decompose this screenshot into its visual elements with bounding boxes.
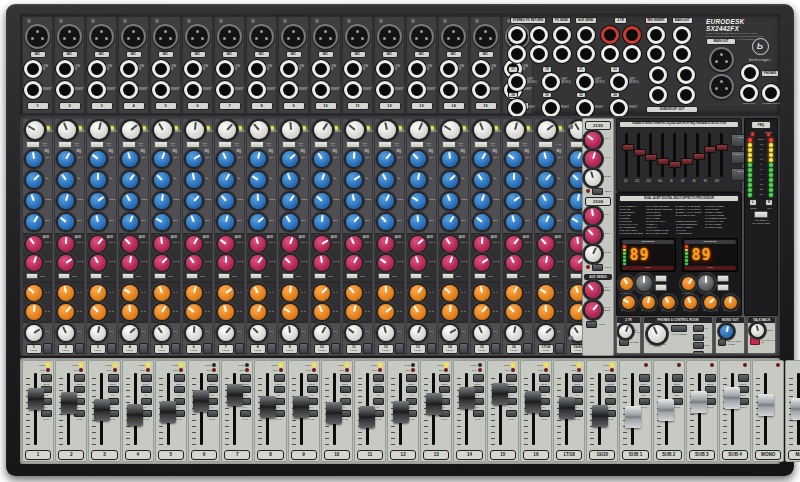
lowcut-button[interactable] [378,141,392,148]
assign-button-1-2[interactable] [307,386,318,394]
geq-band-slider[interactable] [637,133,640,177]
channel-mute-button[interactable] [171,343,180,354]
gain-knob[interactable] [538,121,556,139]
eq-high-knob[interactable] [218,151,234,167]
pre-button[interactable] [122,273,134,280]
pan-knob[interactable] [474,325,490,341]
fader-handle[interactable] [193,390,209,412]
fader-handle[interactable] [658,399,674,421]
aux-2-knob[interactable] [154,255,170,271]
fader-handle[interactable] [592,405,608,427]
geq-slider-cap[interactable] [657,158,669,165]
fx-route-knob-3[interactable] [662,296,675,309]
lowcut-button[interactable] [58,141,72,148]
eq-mid-knob[interactable] [378,172,394,188]
aux-2-knob[interactable] [218,255,234,271]
gain-knob[interactable] [122,121,140,139]
assign-button-1-2[interactable] [340,386,351,394]
aux-2-knob[interactable] [250,255,266,271]
pan-knob[interactable] [58,325,74,341]
eq-low-knob[interactable] [122,214,138,230]
fader-handle[interactable] [724,387,740,409]
source-button-2-tr[interactable] [693,342,704,349]
eq-low-knob[interactable] [250,214,266,230]
gain-knob[interactable] [314,121,332,139]
assign-button-solo[interactable] [74,374,85,382]
aux-1-knob[interactable] [410,236,426,252]
fx-2-knob[interactable] [186,304,202,320]
fx-2-knob[interactable] [26,304,42,320]
geq-slider-cap[interactable] [669,161,681,168]
assign-button-left[interactable] [639,386,650,394]
eq-high-knob[interactable] [90,151,106,167]
pan-knob[interactable] [538,325,554,341]
fx-2-knob[interactable] [506,304,522,320]
eq-low-knob[interactable] [90,214,106,230]
pre-button[interactable] [58,273,70,280]
lowcut-button[interactable] [314,141,328,148]
aux-2-knob[interactable] [538,255,554,271]
strip-21-22-knob[interactable] [585,151,601,167]
geq-slider-cap[interactable] [716,144,728,151]
eq-mid-knob[interactable] [506,172,522,188]
channel-mute-button[interactable] [363,343,372,354]
fx-route-knob-1[interactable] [684,296,697,309]
fader-handle[interactable] [492,383,508,405]
eq-high-knob[interactable] [314,151,330,167]
geq-slider-cap[interactable] [693,153,705,160]
fx-1-knob[interactable] [538,285,554,301]
assign-button-1-2[interactable] [108,386,119,394]
assign-button-solo[interactable] [108,374,119,382]
eq-mid-knob[interactable] [186,172,202,188]
aux-2-knob[interactable] [122,255,138,271]
pre-button[interactable] [314,273,326,280]
fader-handle[interactable] [127,404,143,426]
aux-2-knob[interactable] [282,255,298,271]
pre-button[interactable] [90,273,102,280]
fx-button[interactable] [717,275,729,282]
channel-mute-button[interactable] [523,343,532,354]
fx-1-knob[interactable] [122,285,138,301]
eq-freq-knob[interactable] [378,193,394,209]
eq-high-knob[interactable] [58,151,74,167]
pan-knob[interactable] [282,325,298,341]
geq-band-slider[interactable] [696,133,699,177]
channel-mute-button[interactable] [395,343,404,354]
fader-handle[interactable] [160,401,176,423]
channel-mute-button[interactable] [267,343,276,354]
two-tr-to-main-knob[interactable] [619,325,632,338]
eq-high-knob[interactable] [378,151,394,167]
fx-2-knob[interactable] [378,304,394,320]
fx-2-knob[interactable] [122,304,138,320]
assign-button-solo[interactable] [705,374,716,382]
aux-2-knob[interactable] [186,255,202,271]
eq-low-knob[interactable] [186,214,202,230]
strip-21-22-knob[interactable] [585,132,601,148]
eq-freq-knob[interactable] [346,193,362,209]
fader-handle[interactable] [94,399,110,421]
assign-button-solo[interactable] [141,374,152,382]
assign-button-1-2[interactable] [439,386,450,394]
channel-mute-button[interactable] [427,343,436,354]
lowcut-button[interactable] [186,141,200,148]
assign-button-solo[interactable] [439,374,450,382]
pre-button[interactable] [474,273,486,280]
solo-button[interactable] [592,188,603,195]
fader-handle[interactable] [28,388,44,410]
aux-2-knob[interactable] [58,255,74,271]
strip-21-22-knob[interactable] [585,170,601,186]
aux-send-monitor-button[interactable] [671,325,687,332]
eq-mid-knob[interactable] [154,172,170,188]
eq-mid-knob[interactable] [346,172,362,188]
channel-mute-button[interactable] [139,343,148,354]
fx-route-knob-2[interactable] [642,296,655,309]
aux-1-knob[interactable] [218,236,234,252]
pan-knob[interactable] [218,325,234,341]
eq-mid-knob[interactable] [474,172,490,188]
eq-freq-knob[interactable] [538,193,554,209]
eq-high-knob[interactable] [282,151,298,167]
fx-route-knob-2[interactable] [704,296,717,309]
channel-mute-button[interactable] [299,343,308,354]
eq-high-knob[interactable] [506,151,522,167]
geq-band-slider[interactable] [661,133,664,177]
